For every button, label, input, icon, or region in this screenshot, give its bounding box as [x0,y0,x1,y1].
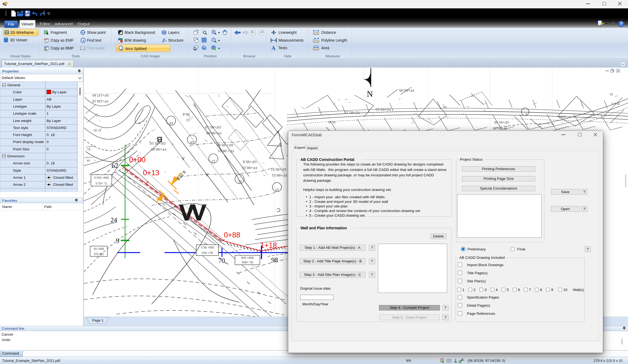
svg-text:GF=95.51: GF=95.51 [271,167,286,171]
svg-text:1+18: 1+18 [260,241,277,249]
svg-text:12: 12 [186,118,190,122]
svg-text:N: N [367,89,373,99]
svg-text:FF=90.65: FF=90.65 [399,88,414,92]
svg-text:97.30: 97.30 [94,129,101,132]
svg-text:10: 10 [275,188,279,192]
svg-text:63: 63 [87,148,90,151]
svg-text:BM= 95: BM= 95 [94,247,104,250]
svg-text:NL =804: NL =804 [242,261,253,264]
svg-text:FF=96.01: FF=96.01 [242,166,257,170]
svg-text:TC=93.10: TC=93.10 [376,107,391,111]
svg-text:58: 58 [443,105,447,109]
svg-text:FF=91.99: FF=91.99 [493,126,507,130]
svg-text:GF=91.49: GF=91.49 [494,120,509,124]
svg-text:TL =91.5: TL =91.5 [96,182,107,185]
svg-text:62: 62 [112,162,118,169]
svg-text:9: 9 [116,237,119,244]
svg-text:NL= 803: NL= 803 [202,251,213,254]
svg-text:": " [178,155,179,158]
svg-text:70: 70 [218,257,225,264]
svg-text:15: 15 [190,140,194,144]
svg-text:1: 1 [525,112,527,117]
svg-text:92.6.5: 92.6.5 [611,102,620,105]
svg-text:A: A [205,172,208,177]
svg-text:11: 11 [238,180,242,184]
svg-text:FF=96.01: FF=96.01 [272,173,287,177]
svg-text:98: 98 [271,256,278,264]
svg-text:64: 64 [87,159,90,162]
svg-text:A: A [271,45,276,51]
svg-text:0+00: 0+00 [129,156,146,164]
svg-text:?: ? [620,22,623,26]
svg-text:95.6: 95.6 [183,112,189,116]
svg-text:0+13: 0+13 [143,169,159,177]
svg-text:GF=95.18: GF=95.18 [150,141,166,145]
svg-text:BW= 958: BW= 958 [241,256,254,259]
svg-text:A: A [82,38,84,42]
svg-text:": " [283,215,285,219]
svg-text:FF=96.68: FF=96.68 [206,131,221,135]
svg-text:8.02 ft: 8.02 ft [176,170,187,181]
svg-text:14: 14 [169,121,173,125]
svg-text:TC=92.15: TC=92.15 [345,111,360,115]
svg-text:a·: a· [138,121,141,125]
svg-text:": " [192,157,193,161]
svg-text:35°: 35° [194,48,197,51]
svg-text:12: 12 [212,159,215,163]
svg-text:VV: VV [179,200,206,225]
svg-text:BM= 950.0: BM= 950.0 [94,176,109,179]
svg-text:15: 15 [610,93,613,96]
svg-text:C: C [277,207,280,213]
svg-text:0+88: 0+88 [224,231,240,239]
svg-text:FF=96.68: FF=96.68 [151,147,166,151]
svg-text:GF=137.68: GF=137.68 [92,93,109,97]
svg-text:TM 915: TM 915 [94,252,104,256]
svg-text:24: 24 [110,216,117,224]
svg-text:FF=138.18: FF=138.18 [92,99,108,103]
svg-text:BM= 96.3: BM= 96.3 [201,246,214,249]
svg-text:GF=95.6: GF=95.6 [243,160,257,164]
svg-text:90.30: 90.30 [328,121,336,124]
svg-text:C909: C909 [559,115,566,118]
